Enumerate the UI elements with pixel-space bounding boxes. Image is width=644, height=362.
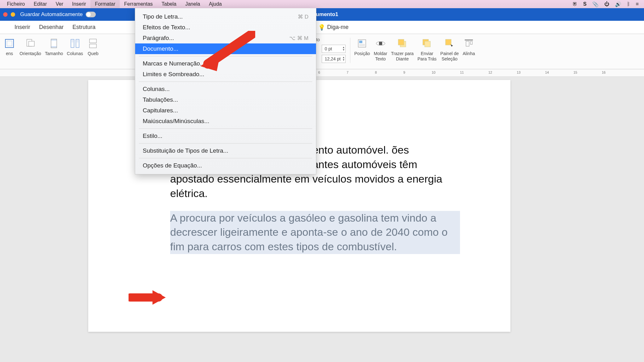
send-backward-button[interactable]: EnviarPara Trás xyxy=(416,36,439,63)
menu-item-label: Limites e Sombreado... xyxy=(143,71,204,77)
minimize-window-button[interactable] xyxy=(11,12,15,17)
ruler-mark: 14 xyxy=(545,71,549,74)
wrap-text-button[interactable]: MoldarTexto xyxy=(372,36,389,63)
position-icon xyxy=(356,37,368,50)
ruler-mark: 7 xyxy=(347,71,348,74)
ribbon-label: Painel de xyxy=(440,51,459,56)
status-hamburger-icon[interactable]: ≡ xyxy=(633,0,641,8)
menu-item-label: Documento... xyxy=(143,45,178,52)
align-icon xyxy=(463,37,475,50)
ruler-mark: 9 xyxy=(403,71,405,74)
svg-rect-26 xyxy=(466,41,469,46)
tab-estrutura[interactable]: Estrutura xyxy=(72,24,95,31)
selection-pane-icon xyxy=(443,37,456,50)
ribbon-label: Enviar xyxy=(421,51,433,56)
after-spinner[interactable]: 12,24 pt ▲▼ xyxy=(322,55,346,63)
menu-item-label: Marcas e Numeração... xyxy=(143,60,205,67)
autosave-toggle-group: Guardar Automaticamente xyxy=(20,11,96,18)
ribbon-label: Tamanho xyxy=(45,51,63,56)
position-button[interactable]: Posição xyxy=(352,36,372,58)
size-icon xyxy=(48,37,60,50)
breaks-button-partial[interactable]: Queb xyxy=(85,36,101,58)
ruler-mark: 10 xyxy=(432,71,435,74)
ribbon-label: Colunas xyxy=(67,51,83,56)
status-bluetooth-icon[interactable]: ᛒ xyxy=(624,0,633,8)
after-value: 12,24 pt xyxy=(325,56,341,61)
orientation-icon xyxy=(24,37,37,50)
ribbon-label: ens xyxy=(6,51,13,56)
svg-rect-16 xyxy=(359,41,362,43)
ruler-mark: 11 xyxy=(460,71,464,74)
before-spinner[interactable]: 0 pt ▲▼ xyxy=(322,45,346,53)
size-button[interactable]: Tamanho xyxy=(43,36,65,58)
ribbon-label: Moldar xyxy=(374,51,387,56)
svg-rect-24 xyxy=(446,39,451,45)
menubar-item-ferramentas[interactable]: Ferramentas xyxy=(120,0,157,8)
svg-rect-0 xyxy=(5,39,14,48)
before-value: 0 pt xyxy=(325,46,332,51)
ruler-mark: 16 xyxy=(602,71,606,74)
lightbulb-icon: 💡 xyxy=(318,24,325,31)
breaks-icon xyxy=(87,37,99,50)
menu-item-label: Parágrafo... xyxy=(143,35,174,42)
ribbon-content: ens Orientação Tamanho Colunas Queb Espa… xyxy=(0,34,644,69)
columns-button[interactable]: Colunas xyxy=(65,36,85,58)
ribbon-label: Diante xyxy=(396,56,409,61)
menubar-item-formatar[interactable]: Formatar xyxy=(90,0,120,8)
ruler-mark: 6 xyxy=(318,71,320,74)
orientation-button[interactable]: Orientação xyxy=(18,36,43,58)
svg-rect-19 xyxy=(379,42,382,45)
macos-menubar: Ficheiro Editar Ver Inserir Formatar Fer… xyxy=(0,0,644,8)
menu-item-label: Efeitos de Texto... xyxy=(143,24,190,31)
ribbon-label: Queb xyxy=(88,51,98,56)
menubar-item-ver[interactable]: Ver xyxy=(51,0,68,8)
selection-pane-button[interactable]: Painel deSeleção xyxy=(439,36,461,63)
svg-rect-23 xyxy=(425,41,430,47)
status-shield-icon[interactable]: ⛨ xyxy=(570,0,580,8)
ribbon-label: Texto xyxy=(375,56,386,61)
columns-icon xyxy=(69,37,81,50)
ribbon-label: Posição xyxy=(354,51,370,56)
ribbon-label: Orientação xyxy=(20,51,41,56)
ruler-mark: 8 xyxy=(375,71,377,74)
tab-desenhar[interactable]: Desenhar xyxy=(39,24,64,31)
window-controls xyxy=(3,12,15,17)
align-button-partial[interactable]: Alinha xyxy=(461,36,477,58)
close-window-button[interactable] xyxy=(3,12,8,17)
menu-shortcut: ⌥ ⌘ M xyxy=(289,35,308,42)
menubar-item-tabela[interactable]: Tabela xyxy=(157,0,181,8)
wrap-text-icon xyxy=(374,37,387,50)
status-volume-icon[interactable]: 🔊 xyxy=(612,0,624,8)
bring-forward-button[interactable]: Trazer paraDiante xyxy=(389,36,416,63)
ribbon-label: Seleção xyxy=(442,56,458,61)
window-titlebar: Guardar Automaticamente Documento1 xyxy=(0,8,644,21)
tab-inserir[interactable]: Inserir xyxy=(14,24,30,31)
ribbon-label: Para Trás xyxy=(417,56,437,61)
menubar-item-inserir[interactable]: Inserir xyxy=(68,0,90,8)
menubar-item-ficheiro[interactable]: Ficheiro xyxy=(3,0,29,8)
tell-me-search[interactable]: 💡 Diga-me xyxy=(318,24,348,31)
ruler-mark: 13 xyxy=(517,71,520,74)
annotation-arrow-1 xyxy=(198,31,255,75)
ribbon-label: Trazer para xyxy=(391,51,414,56)
menu-item-label: Tipo de Letra... xyxy=(143,13,183,20)
svg-rect-13 xyxy=(89,39,96,43)
horizontal-ruler[interactable]: 678910111213141516 xyxy=(0,69,644,77)
svg-rect-3 xyxy=(29,41,34,46)
ribbon-label: Alinha xyxy=(463,51,475,56)
menu-item-font[interactable]: Tipo de Letra... ⌘ D xyxy=(135,11,316,22)
autosave-switch[interactable] xyxy=(86,12,96,17)
status-paperclip-icon[interactable]: 📎 xyxy=(589,0,601,8)
svg-rect-27 xyxy=(470,41,472,44)
menubar-item-editar[interactable]: Editar xyxy=(29,0,51,8)
svg-rect-4 xyxy=(51,39,57,48)
menubar-item-ajuda[interactable]: Ajuda xyxy=(204,0,226,8)
svg-rect-14 xyxy=(89,44,96,48)
margins-button-partial[interactable]: ens xyxy=(1,36,18,58)
svg-rect-21 xyxy=(398,39,404,45)
svg-rect-1 xyxy=(7,41,12,46)
tell-me-label: Diga-me xyxy=(327,24,348,31)
status-s-icon[interactable]: S xyxy=(580,0,589,8)
menubar-item-janela[interactable]: Janela xyxy=(181,0,204,8)
status-play-icon[interactable]: ⏻ xyxy=(601,0,612,8)
